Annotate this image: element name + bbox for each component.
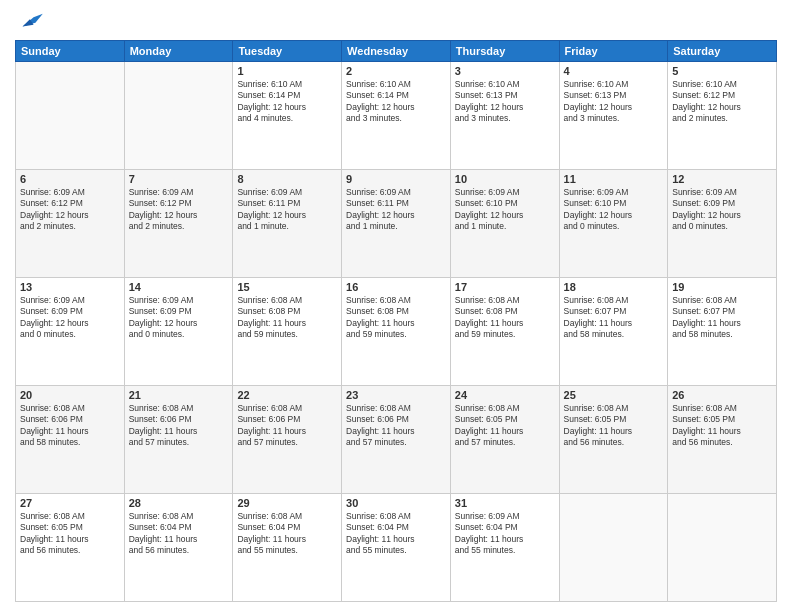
calendar-cell: 19Sunrise: 6:08 AM Sunset: 6:07 PM Dayli… (668, 278, 777, 386)
weekday-header-tuesday: Tuesday (233, 41, 342, 62)
calendar-cell: 26Sunrise: 6:08 AM Sunset: 6:05 PM Dayli… (668, 386, 777, 494)
calendar-week-4: 20Sunrise: 6:08 AM Sunset: 6:06 PM Dayli… (16, 386, 777, 494)
day-number: 12 (672, 173, 772, 185)
calendar-cell: 28Sunrise: 6:08 AM Sunset: 6:04 PM Dayli… (124, 494, 233, 602)
weekday-header-friday: Friday (559, 41, 668, 62)
day-number: 25 (564, 389, 664, 401)
calendar-cell: 10Sunrise: 6:09 AM Sunset: 6:10 PM Dayli… (450, 170, 559, 278)
weekday-header-monday: Monday (124, 41, 233, 62)
day-info: Sunrise: 6:08 AM Sunset: 6:07 PM Dayligh… (564, 295, 664, 341)
calendar-cell: 12Sunrise: 6:09 AM Sunset: 6:09 PM Dayli… (668, 170, 777, 278)
day-number: 9 (346, 173, 446, 185)
day-number: 8 (237, 173, 337, 185)
day-info: Sunrise: 6:08 AM Sunset: 6:06 PM Dayligh… (346, 403, 446, 449)
day-number: 19 (672, 281, 772, 293)
calendar-cell: 25Sunrise: 6:08 AM Sunset: 6:05 PM Dayli… (559, 386, 668, 494)
day-number: 27 (20, 497, 120, 509)
day-number: 5 (672, 65, 772, 77)
day-info: Sunrise: 6:10 AM Sunset: 6:13 PM Dayligh… (455, 79, 555, 125)
calendar-cell: 27Sunrise: 6:08 AM Sunset: 6:05 PM Dayli… (16, 494, 125, 602)
calendar-cell (559, 494, 668, 602)
calendar-cell (124, 62, 233, 170)
weekday-header-sunday: Sunday (16, 41, 125, 62)
day-number: 18 (564, 281, 664, 293)
day-info: Sunrise: 6:09 AM Sunset: 6:12 PM Dayligh… (129, 187, 229, 233)
header (15, 10, 777, 32)
day-info: Sunrise: 6:08 AM Sunset: 6:04 PM Dayligh… (237, 511, 337, 557)
calendar-week-5: 27Sunrise: 6:08 AM Sunset: 6:05 PM Dayli… (16, 494, 777, 602)
calendar-cell: 23Sunrise: 6:08 AM Sunset: 6:06 PM Dayli… (342, 386, 451, 494)
calendar-cell: 13Sunrise: 6:09 AM Sunset: 6:09 PM Dayli… (16, 278, 125, 386)
day-number: 6 (20, 173, 120, 185)
logo-icon (15, 10, 43, 32)
calendar-cell: 7Sunrise: 6:09 AM Sunset: 6:12 PM Daylig… (124, 170, 233, 278)
logo (15, 10, 47, 32)
day-number: 3 (455, 65, 555, 77)
day-number: 20 (20, 389, 120, 401)
day-info: Sunrise: 6:09 AM Sunset: 6:09 PM Dayligh… (20, 295, 120, 341)
day-number: 4 (564, 65, 664, 77)
calendar-cell: 30Sunrise: 6:08 AM Sunset: 6:04 PM Dayli… (342, 494, 451, 602)
calendar-cell: 5Sunrise: 6:10 AM Sunset: 6:12 PM Daylig… (668, 62, 777, 170)
day-info: Sunrise: 6:09 AM Sunset: 6:11 PM Dayligh… (237, 187, 337, 233)
day-number: 24 (455, 389, 555, 401)
calendar-cell: 21Sunrise: 6:08 AM Sunset: 6:06 PM Dayli… (124, 386, 233, 494)
calendar-cell: 29Sunrise: 6:08 AM Sunset: 6:04 PM Dayli… (233, 494, 342, 602)
day-info: Sunrise: 6:09 AM Sunset: 6:09 PM Dayligh… (672, 187, 772, 233)
day-number: 22 (237, 389, 337, 401)
calendar-cell: 17Sunrise: 6:08 AM Sunset: 6:08 PM Dayli… (450, 278, 559, 386)
calendar-cell: 8Sunrise: 6:09 AM Sunset: 6:11 PM Daylig… (233, 170, 342, 278)
day-info: Sunrise: 6:10 AM Sunset: 6:13 PM Dayligh… (564, 79, 664, 125)
calendar-week-2: 6Sunrise: 6:09 AM Sunset: 6:12 PM Daylig… (16, 170, 777, 278)
calendar-cell: 2Sunrise: 6:10 AM Sunset: 6:14 PM Daylig… (342, 62, 451, 170)
day-number: 2 (346, 65, 446, 77)
day-number: 29 (237, 497, 337, 509)
day-number: 15 (237, 281, 337, 293)
day-info: Sunrise: 6:08 AM Sunset: 6:07 PM Dayligh… (672, 295, 772, 341)
day-number: 1 (237, 65, 337, 77)
page: SundayMondayTuesdayWednesdayThursdayFrid… (0, 0, 792, 612)
day-number: 7 (129, 173, 229, 185)
calendar-week-3: 13Sunrise: 6:09 AM Sunset: 6:09 PM Dayli… (16, 278, 777, 386)
day-info: Sunrise: 6:10 AM Sunset: 6:14 PM Dayligh… (346, 79, 446, 125)
weekday-header-row: SundayMondayTuesdayWednesdayThursdayFrid… (16, 41, 777, 62)
calendar-cell: 16Sunrise: 6:08 AM Sunset: 6:08 PM Dayli… (342, 278, 451, 386)
day-info: Sunrise: 6:08 AM Sunset: 6:08 PM Dayligh… (455, 295, 555, 341)
calendar-cell: 24Sunrise: 6:08 AM Sunset: 6:05 PM Dayli… (450, 386, 559, 494)
day-number: 13 (20, 281, 120, 293)
day-info: Sunrise: 6:08 AM Sunset: 6:08 PM Dayligh… (346, 295, 446, 341)
day-number: 28 (129, 497, 229, 509)
day-number: 16 (346, 281, 446, 293)
calendar-cell: 11Sunrise: 6:09 AM Sunset: 6:10 PM Dayli… (559, 170, 668, 278)
calendar-cell: 9Sunrise: 6:09 AM Sunset: 6:11 PM Daylig… (342, 170, 451, 278)
calendar-cell: 14Sunrise: 6:09 AM Sunset: 6:09 PM Dayli… (124, 278, 233, 386)
day-number: 30 (346, 497, 446, 509)
calendar-cell: 3Sunrise: 6:10 AM Sunset: 6:13 PM Daylig… (450, 62, 559, 170)
day-info: Sunrise: 6:09 AM Sunset: 6:12 PM Dayligh… (20, 187, 120, 233)
day-number: 14 (129, 281, 229, 293)
day-number: 26 (672, 389, 772, 401)
day-info: Sunrise: 6:08 AM Sunset: 6:05 PM Dayligh… (20, 511, 120, 557)
calendar-cell (16, 62, 125, 170)
day-info: Sunrise: 6:08 AM Sunset: 6:06 PM Dayligh… (129, 403, 229, 449)
day-info: Sunrise: 6:08 AM Sunset: 6:06 PM Dayligh… (20, 403, 120, 449)
day-info: Sunrise: 6:08 AM Sunset: 6:05 PM Dayligh… (455, 403, 555, 449)
day-info: Sunrise: 6:09 AM Sunset: 6:04 PM Dayligh… (455, 511, 555, 557)
day-info: Sunrise: 6:10 AM Sunset: 6:14 PM Dayligh… (237, 79, 337, 125)
weekday-header-saturday: Saturday (668, 41, 777, 62)
weekday-header-wednesday: Wednesday (342, 41, 451, 62)
calendar-cell: 15Sunrise: 6:08 AM Sunset: 6:08 PM Dayli… (233, 278, 342, 386)
day-number: 23 (346, 389, 446, 401)
calendar-week-1: 1Sunrise: 6:10 AM Sunset: 6:14 PM Daylig… (16, 62, 777, 170)
calendar-header: SundayMondayTuesdayWednesdayThursdayFrid… (16, 41, 777, 62)
day-info: Sunrise: 6:08 AM Sunset: 6:08 PM Dayligh… (237, 295, 337, 341)
day-info: Sunrise: 6:09 AM Sunset: 6:10 PM Dayligh… (564, 187, 664, 233)
weekday-header-thursday: Thursday (450, 41, 559, 62)
day-info: Sunrise: 6:08 AM Sunset: 6:04 PM Dayligh… (129, 511, 229, 557)
day-info: Sunrise: 6:08 AM Sunset: 6:05 PM Dayligh… (564, 403, 664, 449)
calendar-cell: 20Sunrise: 6:08 AM Sunset: 6:06 PM Dayli… (16, 386, 125, 494)
day-number: 21 (129, 389, 229, 401)
calendar-cell: 22Sunrise: 6:08 AM Sunset: 6:06 PM Dayli… (233, 386, 342, 494)
day-info: Sunrise: 6:10 AM Sunset: 6:12 PM Dayligh… (672, 79, 772, 125)
day-number: 31 (455, 497, 555, 509)
